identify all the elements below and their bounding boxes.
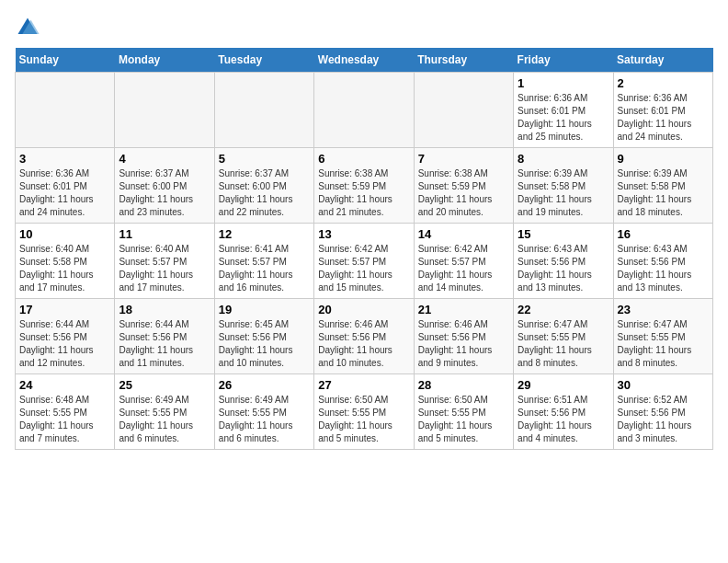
- calendar-cell: 5Sunrise: 6:37 AMSunset: 6:00 PMDaylight…: [214, 148, 313, 224]
- calendar-cell: 14Sunrise: 6:42 AMSunset: 5:57 PMDayligh…: [414, 224, 513, 299]
- calendar-cell: 10Sunrise: 6:40 AMSunset: 5:58 PMDayligh…: [16, 224, 115, 299]
- weekday-header-friday: Friday: [514, 48, 613, 73]
- calendar-cell: 21Sunrise: 6:46 AMSunset: 5:56 PMDayligh…: [414, 299, 513, 374]
- calendar-cell: 18Sunrise: 6:44 AMSunset: 5:56 PMDayligh…: [115, 299, 214, 374]
- day-info: Sunrise: 6:41 AMSunset: 5:57 PMDaylight:…: [219, 243, 310, 294]
- day-info: Sunrise: 6:44 AMSunset: 5:56 PMDaylight:…: [19, 318, 110, 370]
- calendar-cell: 15Sunrise: 6:43 AMSunset: 5:56 PMDayligh…: [514, 224, 613, 299]
- calendar-cell: 17Sunrise: 6:44 AMSunset: 5:56 PMDayligh…: [16, 299, 115, 374]
- calendar-week-row: 10Sunrise: 6:40 AMSunset: 5:58 PMDayligh…: [16, 224, 713, 299]
- calendar-cell: 6Sunrise: 6:38 AMSunset: 5:59 PMDaylight…: [314, 148, 414, 224]
- day-number: 8: [518, 152, 609, 166]
- calendar-cell: 11Sunrise: 6:40 AMSunset: 5:57 PMDayligh…: [115, 224, 214, 299]
- day-number: 27: [318, 378, 409, 392]
- weekday-header-sunday: Sunday: [16, 48, 115, 73]
- day-info: Sunrise: 6:45 AMSunset: 5:56 PMDaylight:…: [219, 318, 310, 370]
- calendar-cell: 9Sunrise: 6:39 AMSunset: 5:58 PMDaylight…: [613, 148, 712, 224]
- calendar-cell: 20Sunrise: 6:46 AMSunset: 5:56 PMDayligh…: [314, 299, 414, 374]
- day-number: 29: [518, 378, 609, 392]
- day-number: 14: [418, 227, 509, 241]
- day-info: Sunrise: 6:48 AMSunset: 5:55 PMDaylight:…: [19, 394, 110, 445]
- day-number: 25: [119, 378, 210, 392]
- day-number: 26: [219, 378, 310, 392]
- day-number: 23: [618, 303, 709, 316]
- day-number: 2: [618, 76, 709, 90]
- day-number: 10: [19, 227, 110, 241]
- logo: [15, 15, 44, 40]
- day-number: 22: [518, 303, 609, 316]
- day-info: Sunrise: 6:42 AMSunset: 5:57 PMDaylight:…: [318, 243, 409, 294]
- day-number: 3: [19, 152, 110, 166]
- calendar-cell: 23Sunrise: 6:47 AMSunset: 5:55 PMDayligh…: [613, 299, 712, 374]
- weekday-header-saturday: Saturday: [613, 48, 712, 73]
- weekday-header-row: SundayMondayTuesdayWednesdayThursdayFrid…: [16, 48, 713, 73]
- calendar-cell: [214, 73, 313, 148]
- calendar-table: SundayMondayTuesdayWednesdayThursdayFrid…: [15, 48, 713, 450]
- weekday-header-wednesday: Wednesday: [314, 48, 414, 73]
- day-number: 15: [518, 227, 609, 241]
- day-number: 5: [219, 152, 310, 166]
- day-info: Sunrise: 6:38 AMSunset: 5:59 PMDaylight:…: [418, 167, 509, 219]
- day-number: 16: [618, 227, 709, 241]
- calendar-cell: 8Sunrise: 6:39 AMSunset: 5:58 PMDaylight…: [514, 148, 613, 224]
- calendar-cell: [314, 73, 414, 148]
- logo-icon: [15, 15, 40, 40]
- day-number: 11: [119, 227, 210, 241]
- calendar-cell: 27Sunrise: 6:50 AMSunset: 5:55 PMDayligh…: [314, 374, 414, 450]
- calendar-cell: 28Sunrise: 6:50 AMSunset: 5:55 PMDayligh…: [414, 374, 513, 450]
- calendar-cell: 4Sunrise: 6:37 AMSunset: 6:00 PMDaylight…: [115, 148, 214, 224]
- day-number: 7: [418, 152, 509, 166]
- day-info: Sunrise: 6:39 AMSunset: 5:58 PMDaylight:…: [518, 167, 609, 219]
- calendar-week-row: 3Sunrise: 6:36 AMSunset: 6:01 PMDaylight…: [16, 148, 713, 224]
- calendar-cell: [16, 73, 115, 148]
- day-info: Sunrise: 6:43 AMSunset: 5:56 PMDaylight:…: [618, 243, 709, 294]
- calendar-cell: 25Sunrise: 6:49 AMSunset: 5:55 PMDayligh…: [115, 374, 214, 450]
- calendar-cell: 29Sunrise: 6:51 AMSunset: 5:56 PMDayligh…: [514, 374, 613, 450]
- calendar-body: 1Sunrise: 6:36 AMSunset: 6:01 PMDaylight…: [16, 73, 713, 450]
- calendar-cell: 24Sunrise: 6:48 AMSunset: 5:55 PMDayligh…: [16, 374, 115, 450]
- day-info: Sunrise: 6:36 AMSunset: 6:01 PMDaylight:…: [19, 167, 110, 219]
- calendar-cell: [414, 73, 513, 148]
- calendar-cell: 22Sunrise: 6:47 AMSunset: 5:55 PMDayligh…: [514, 299, 613, 374]
- weekday-header-tuesday: Tuesday: [214, 48, 313, 73]
- day-number: 19: [219, 303, 310, 316]
- calendar-cell: [115, 73, 214, 148]
- day-info: Sunrise: 6:49 AMSunset: 5:55 PMDaylight:…: [119, 394, 210, 445]
- calendar-cell: 30Sunrise: 6:52 AMSunset: 5:56 PMDayligh…: [613, 374, 712, 450]
- day-info: Sunrise: 6:46 AMSunset: 5:56 PMDaylight:…: [318, 318, 409, 370]
- day-info: Sunrise: 6:40 AMSunset: 5:58 PMDaylight:…: [19, 243, 110, 294]
- calendar-cell: 16Sunrise: 6:43 AMSunset: 5:56 PMDayligh…: [613, 224, 712, 299]
- day-info: Sunrise: 6:39 AMSunset: 5:58 PMDaylight:…: [618, 167, 709, 219]
- calendar-cell: 1Sunrise: 6:36 AMSunset: 6:01 PMDaylight…: [514, 73, 613, 148]
- calendar-week-row: 1Sunrise: 6:36 AMSunset: 6:01 PMDaylight…: [16, 73, 713, 148]
- day-number: 4: [119, 152, 210, 166]
- weekday-header-monday: Monday: [115, 48, 214, 73]
- calendar-cell: 26Sunrise: 6:49 AMSunset: 5:55 PMDayligh…: [214, 374, 313, 450]
- day-number: 18: [119, 303, 210, 316]
- day-info: Sunrise: 6:52 AMSunset: 5:56 PMDaylight:…: [618, 394, 709, 445]
- day-info: Sunrise: 6:47 AMSunset: 5:55 PMDaylight:…: [618, 318, 709, 370]
- calendar-cell: 19Sunrise: 6:45 AMSunset: 5:56 PMDayligh…: [214, 299, 313, 374]
- calendar-cell: 2Sunrise: 6:36 AMSunset: 6:01 PMDaylight…: [613, 73, 712, 148]
- weekday-header-thursday: Thursday: [414, 48, 513, 73]
- day-number: 21: [418, 303, 509, 316]
- day-info: Sunrise: 6:37 AMSunset: 6:00 PMDaylight:…: [119, 167, 210, 219]
- day-info: Sunrise: 6:50 AMSunset: 5:55 PMDaylight:…: [318, 394, 409, 445]
- day-info: Sunrise: 6:44 AMSunset: 5:56 PMDaylight:…: [119, 318, 210, 370]
- day-info: Sunrise: 6:36 AMSunset: 6:01 PMDaylight:…: [618, 92, 709, 144]
- day-info: Sunrise: 6:47 AMSunset: 5:55 PMDaylight:…: [518, 318, 609, 370]
- calendar-week-row: 17Sunrise: 6:44 AMSunset: 5:56 PMDayligh…: [16, 299, 713, 374]
- day-number: 12: [219, 227, 310, 241]
- calendar-header: SundayMondayTuesdayWednesdayThursdayFrid…: [16, 48, 713, 73]
- day-info: Sunrise: 6:51 AMSunset: 5:56 PMDaylight:…: [518, 394, 609, 445]
- day-number: 17: [19, 303, 110, 316]
- day-number: 13: [318, 227, 409, 241]
- calendar-cell: 3Sunrise: 6:36 AMSunset: 6:01 PMDaylight…: [16, 148, 115, 224]
- day-number: 28: [418, 378, 509, 392]
- day-number: 6: [318, 152, 409, 166]
- day-info: Sunrise: 6:36 AMSunset: 6:01 PMDaylight:…: [518, 92, 609, 144]
- day-info: Sunrise: 6:50 AMSunset: 5:55 PMDaylight:…: [418, 394, 509, 445]
- calendar-week-row: 24Sunrise: 6:48 AMSunset: 5:55 PMDayligh…: [16, 374, 713, 450]
- page-header: [15, 15, 713, 40]
- day-number: 24: [19, 378, 110, 392]
